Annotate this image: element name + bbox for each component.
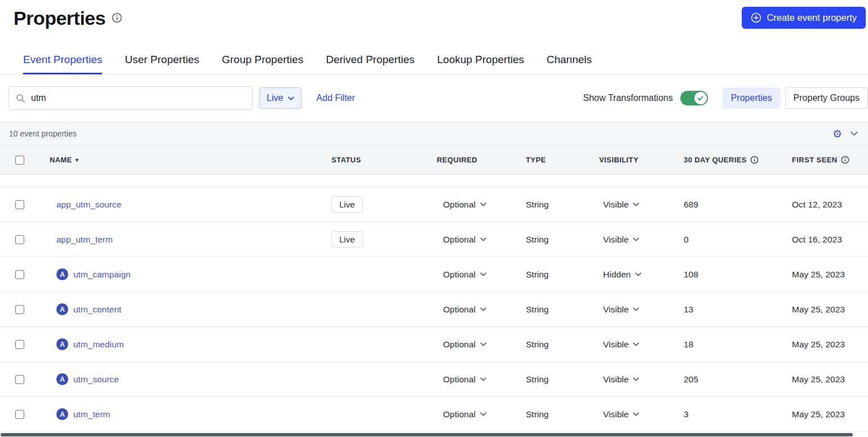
add-filter-link[interactable]: Add Filter — [316, 93, 355, 103]
view-toggle-property-groups[interactable]: Property Groups — [785, 87, 868, 109]
property-name-link[interactable]: utm_campaign — [73, 270, 131, 280]
amplitude-property-icon — [56, 268, 68, 280]
gear-icon[interactable] — [832, 129, 842, 139]
queries-value: 205 — [684, 374, 698, 385]
amplitude-property-icon — [56, 338, 68, 350]
column-header-name[interactable]: NAME — [50, 156, 331, 164]
property-name-link[interactable]: utm_content — [73, 304, 121, 315]
row-checkbox[interactable] — [15, 340, 24, 349]
chevron-down-icon — [633, 237, 639, 241]
property-name-link[interactable]: app_utm_term — [56, 235, 113, 245]
scrolled-row-edge — [0, 175, 868, 187]
toggle-knob — [694, 92, 707, 104]
required-dropdown[interactable]: Optional — [437, 270, 526, 280]
visibility-dropdown[interactable]: Visible — [599, 374, 684, 385]
plus-circle-icon — [751, 12, 761, 23]
amplitude-property-icon — [56, 408, 68, 420]
table-header-row: NAME STATUS REQUIRED TYPE VISIBILITY 30 … — [0, 145, 868, 175]
row-checkbox[interactable] — [15, 200, 24, 209]
property-name-link[interactable]: utm_medium — [73, 339, 124, 350]
info-icon[interactable] — [112, 12, 122, 25]
table-row: utm_term Optional String Visible 3 May 2… — [0, 397, 868, 432]
row-checkbox[interactable] — [15, 235, 24, 244]
search-input[interactable] — [31, 93, 245, 103]
property-name-link[interactable]: app_utm_source — [56, 200, 121, 210]
info-icon[interactable] — [841, 156, 849, 164]
column-header-status: STATUS — [331, 156, 437, 164]
chevron-down-icon[interactable] — [851, 131, 858, 136]
checkmark-icon — [697, 96, 703, 101]
tab-event-properties[interactable]: Event Properties — [23, 54, 102, 74]
tab-lookup-properties[interactable]: Lookup Properties — [437, 54, 524, 74]
page-header: Properties Create event property — [0, 0, 868, 48]
required-dropdown[interactable]: Optional — [437, 409, 526, 420]
chevron-down-icon — [633, 307, 639, 311]
type-value: String — [526, 304, 549, 315]
visibility-dropdown[interactable]: Visible — [599, 304, 684, 315]
table-row: utm_medium Optional String Visible 18 Ma… — [0, 327, 868, 362]
chevron-down-icon — [480, 237, 486, 241]
queries-value: 0 — [684, 235, 689, 245]
tab-user-properties[interactable]: User Properties — [125, 54, 199, 74]
page-title: Properties — [14, 7, 105, 30]
type-value: String — [526, 374, 549, 385]
required-dropdown[interactable]: Optional — [437, 235, 526, 245]
column-header-required: REQUIRED — [437, 156, 526, 164]
type-value: String — [526, 270, 549, 280]
property-name-link[interactable]: utm_source — [73, 374, 119, 385]
row-checkbox[interactable] — [15, 410, 24, 419]
create-event-property-label: Create event property — [767, 12, 857, 23]
status-filter-dropdown[interactable]: Live — [259, 87, 302, 109]
search-icon — [16, 94, 25, 103]
required-dropdown[interactable]: Optional — [437, 374, 526, 385]
chevron-down-icon — [633, 412, 639, 416]
filter-right-controls: Show Transformations Properties Property… — [583, 87, 868, 109]
filter-bar: Live Add Filter Show Transformations Pro… — [0, 74, 868, 122]
row-checkbox[interactable] — [15, 375, 24, 384]
chevron-down-icon — [480, 307, 486, 311]
status-filter-value: Live — [267, 93, 283, 103]
select-all-checkbox[interactable] — [15, 156, 24, 165]
show-transformations-toggle[interactable] — [680, 91, 708, 105]
horizontal-scrollbar[interactable] — [1, 433, 853, 436]
create-event-property-button[interactable]: Create event property — [742, 7, 866, 29]
visibility-dropdown[interactable]: Visible — [599, 409, 684, 420]
row-checkbox[interactable] — [15, 270, 24, 279]
column-header-first-seen: FIRST SEEN — [792, 156, 868, 164]
first-seen-value: Oct 12, 2023 — [792, 200, 842, 210]
tab-bar: Event Properties User Properties Group P… — [0, 48, 868, 74]
chevron-down-icon — [633, 342, 639, 346]
type-value: String — [526, 235, 549, 245]
row-checkbox[interactable] — [15, 305, 24, 314]
queries-value: 108 — [684, 270, 698, 280]
table-summary-bar: 10 event properties — [0, 122, 868, 145]
search-box — [8, 86, 253, 110]
row-count-summary: 10 event properties — [9, 129, 77, 138]
tab-group-properties[interactable]: Group Properties — [222, 54, 303, 74]
visibility-dropdown[interactable]: Visible — [599, 235, 684, 245]
required-dropdown[interactable]: Optional — [437, 304, 526, 315]
info-icon[interactable] — [750, 156, 759, 164]
visibility-dropdown[interactable]: Hidden — [599, 270, 684, 280]
chevron-down-icon — [633, 202, 639, 206]
view-toggle-properties[interactable]: Properties — [723, 87, 781, 109]
properties-page: Properties Create event property Event P… — [0, 0, 868, 437]
queries-value: 18 — [684, 339, 693, 350]
required-dropdown[interactable]: Optional — [437, 339, 526, 350]
tab-derived-properties[interactable]: Derived Properties — [326, 54, 414, 74]
property-name-link[interactable]: utm_term — [73, 409, 110, 420]
required-dropdown[interactable]: Optional — [437, 200, 526, 210]
status-badge: Live — [331, 196, 363, 213]
amplitude-property-icon — [56, 373, 68, 385]
tab-channels[interactable]: Channels — [547, 54, 592, 74]
column-header-30-day-queries: 30 DAY QUERIES — [684, 156, 792, 164]
type-value: String — [526, 339, 549, 350]
first-seen-value: May 25, 2023 — [792, 374, 845, 385]
queries-value: 689 — [684, 200, 698, 210]
table-row: app_utm_term Live Optional String Visibl… — [0, 222, 868, 257]
column-header-visibility: VISIBILITY — [599, 156, 684, 164]
visibility-dropdown[interactable]: Visible — [599, 200, 684, 210]
amplitude-property-icon — [56, 303, 68, 315]
first-seen-value: May 25, 2023 — [792, 270, 845, 280]
visibility-dropdown[interactable]: Visible — [599, 339, 684, 350]
